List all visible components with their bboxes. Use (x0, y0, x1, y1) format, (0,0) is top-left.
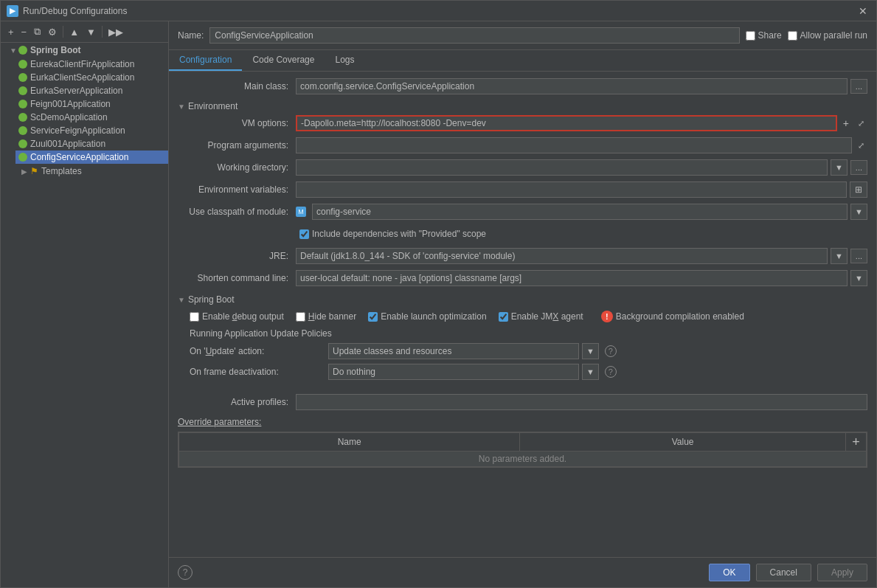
on-frame-label: On frame deactivation: (190, 367, 322, 377)
include-deps-label[interactable]: Include dependencies with "Provided" sco… (299, 229, 486, 239)
main-class-label: Main class: (178, 81, 296, 91)
window-icon: ▶ (7, 5, 18, 17)
close-button[interactable]: ✕ (856, 4, 870, 18)
share-checkbox-label[interactable]: Share (746, 30, 782, 41)
jre-dropdown-btn[interactable]: ▼ (831, 248, 847, 264)
sidebar-item-eurka-server[interactable]: EurkaServerApplication (15, 84, 168, 97)
on-update-help-icon[interactable]: ? (605, 345, 617, 357)
working-dir-input[interactable] (296, 159, 828, 176)
vm-expand2-btn[interactable]: ⤢ (855, 119, 867, 128)
working-dir-label: Working directory: (178, 162, 296, 173)
templates-item[interactable]: ▶ ⚑ Templates (7, 164, 168, 179)
on-frame-help-icon[interactable]: ? (605, 366, 617, 378)
templates-arrow: ▶ (21, 167, 27, 176)
env-vars-row: Environment variables: ⊞ (178, 181, 867, 198)
sidebar-label-5: ScDemoApplication (30, 112, 108, 122)
shorten-cmd-select[interactable]: user-local default: none - java [options… (296, 270, 847, 286)
working-dir-browse-btn[interactable]: ... (850, 160, 867, 175)
settings-config-button[interactable]: ⚙ (45, 25, 60, 39)
include-deps-row: Include dependencies with "Provided" sco… (178, 225, 867, 243)
help-button[interactable]: ? (178, 565, 193, 580)
spring-section-arrow[interactable]: ▼ (178, 296, 185, 304)
vm-expand-btn[interactable]: + (840, 117, 852, 129)
sidebar-item-eurka-client-sec[interactable]: EurkaClientSecApplication (15, 71, 168, 84)
enable-jmx-label[interactable]: Enable JMX agent (499, 311, 583, 322)
warning-icon: ! (601, 311, 613, 322)
tab-configuration[interactable]: Configuration (169, 50, 242, 71)
sidebar-toolbar: + − ⧉ ⚙ ▲ ▼ ▶▶ (1, 21, 168, 43)
include-deps-checkbox[interactable] (299, 229, 309, 239)
sidebar-item-zuul001[interactable]: Zuul001Application (15, 137, 168, 151)
main-class-browse-btn[interactable]: ... (850, 79, 867, 94)
prog-expand-btn[interactable]: ⤢ (855, 141, 867, 151)
cancel-button[interactable]: Cancel (756, 564, 811, 581)
spring-icon-7 (18, 139, 27, 148)
shorten-cmd-label: Shorten command line: (178, 273, 296, 283)
hide-banner-checkbox[interactable] (296, 312, 305, 322)
enable-jmx-checkbox[interactable] (499, 312, 508, 322)
parallel-checkbox[interactable] (788, 31, 797, 41)
spring-icon-4 (18, 100, 27, 108)
jre-select[interactable]: Default (jdk1.8.0_144 - SDK of 'config-s… (296, 248, 828, 264)
spring-icon-6 (18, 126, 27, 135)
enable-debug-output-label[interactable]: Enable debug output (190, 311, 284, 322)
include-deps-text: Include dependencies with "Provided" sco… (312, 229, 486, 239)
add-config-button[interactable]: + (5, 25, 17, 39)
shorten-cmd-dropdown-btn[interactable]: ▼ (850, 270, 867, 286)
working-dir-dropdown-btn[interactable]: ▼ (831, 159, 847, 176)
window-title: Run/Debug Configurations (23, 6, 856, 16)
move-down-button[interactable]: ▼ (83, 25, 99, 39)
run-debug-window: ▶ Run/Debug Configurations ✕ + − ⧉ ⚙ ▲ ▼… (0, 0, 877, 588)
sidebar-item-scdemo[interactable]: ScDemoApplication (15, 111, 168, 124)
hide-banner-label[interactable]: Hide banner (296, 311, 356, 322)
classpath-select[interactable]: config-service (312, 204, 847, 220)
sidebar-label-1: EurekaClientFirApplication (30, 59, 134, 69)
parallel-checkbox-label[interactable]: Allow parallel run (788, 30, 867, 41)
sidebar-item-servicefeign[interactable]: ServiceFeignApplication (15, 124, 168, 137)
main-class-input[interactable] (296, 78, 847, 94)
prog-args-wrapper: ⤢ (296, 137, 867, 153)
on-update-dropdown-btn[interactable]: ▼ (582, 343, 599, 359)
on-update-select[interactable]: Update classes and resources Hot swap cl… (328, 343, 579, 359)
tab-code-coverage[interactable]: Code Coverage (242, 50, 325, 71)
apply-button[interactable]: Apply (817, 564, 867, 581)
environment-arrow[interactable]: ▼ (178, 103, 185, 111)
active-profiles-input[interactable] (296, 394, 867, 410)
sidebar-item-feign001[interactable]: Feign001Application (15, 97, 168, 111)
name-input[interactable] (209, 27, 739, 44)
sidebar-item-eureka-client-fir[interactable]: EurekaClientFirApplication (15, 58, 168, 71)
jre-label: JRE: (178, 251, 296, 261)
on-frame-select[interactable]: Do nothing Update classes and resources … (328, 364, 579, 380)
hide-banner-text: Hide banner (308, 311, 356, 322)
env-vars-label: Environment variables: (178, 184, 296, 195)
env-vars-input[interactable] (296, 181, 847, 198)
on-frame-dropdown-btn[interactable]: ▼ (582, 364, 599, 380)
classpath-dropdown-btn[interactable]: ▼ (850, 204, 867, 220)
sidebar: + − ⧉ ⚙ ▲ ▼ ▶▶ ▼ Spring Boot (1, 21, 169, 587)
spring-boot-icon (18, 46, 27, 55)
name-field-label: Name: (178, 30, 204, 41)
params-col-name: Name (179, 433, 520, 452)
enable-launch-opt-checkbox[interactable] (368, 312, 378, 322)
params-col-value: Value (520, 433, 846, 452)
enable-debug-output-checkbox[interactable] (190, 312, 199, 322)
environment-section-header: ▼ Environment (178, 101, 867, 111)
share-checkbox[interactable] (746, 31, 755, 41)
tab-logs[interactable]: Logs (325, 50, 364, 71)
params-add-btn[interactable]: + (852, 435, 860, 449)
move-up-button[interactable]: ▲ (66, 25, 82, 39)
more-button[interactable]: ▶▶ (105, 25, 126, 39)
jre-browse-btn[interactable]: ... (850, 249, 867, 263)
program-args-label: Program arguments: (178, 140, 296, 151)
sidebar-item-configservice[interactable]: ConfigServiceApplication (15, 151, 168, 164)
main-content: + − ⧉ ⚙ ▲ ▼ ▶▶ ▼ Spring Boot (1, 21, 876, 587)
enable-launch-opt-label[interactable]: Enable launch optimization (368, 311, 486, 322)
remove-config-button[interactable]: − (18, 25, 30, 39)
program-args-input[interactable] (296, 137, 852, 153)
env-vars-browse-btn[interactable]: ⊞ (850, 181, 867, 198)
ok-button[interactable]: OK (709, 564, 749, 581)
copy-config-button[interactable]: ⧉ (31, 24, 44, 39)
spring-boot-group[interactable]: ▼ Spring Boot (7, 43, 168, 58)
vm-options-input[interactable] (296, 115, 837, 131)
sidebar-label-4: Feign001Application (30, 99, 111, 109)
